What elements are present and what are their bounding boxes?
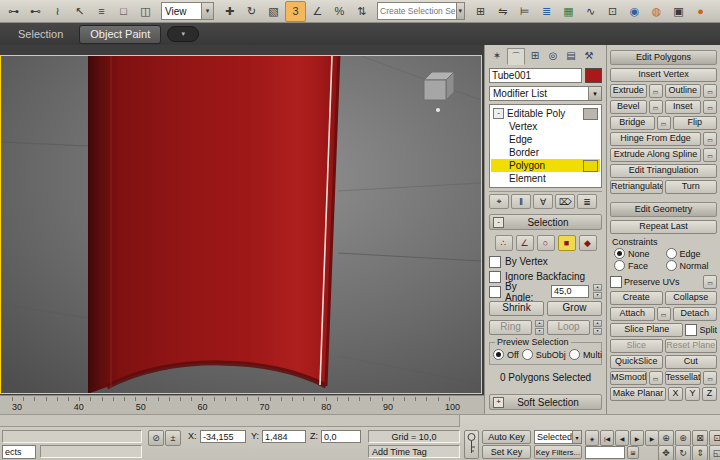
layer-manager-icon[interactable]: ≣ (536, 1, 557, 22)
bevel-settings-icon[interactable]: ▭ (649, 100, 663, 114)
window-crossing-icon[interactable]: ◫ (135, 1, 156, 22)
cut-button[interactable]: Cut (665, 355, 718, 369)
hinge-from-edge-button[interactable]: Hinge From Edge (610, 132, 701, 146)
by-angle-spinner[interactable]: ▴ ▾ (593, 284, 602, 299)
configure-modifier-sets-icon[interactable]: ≣ (577, 194, 597, 209)
tab-selection[interactable]: Selection (8, 26, 73, 43)
object-name-field[interactable]: Tube001 (489, 68, 582, 83)
spinner-down-icon[interactable]: ▾ (593, 328, 602, 335)
pan-icon[interactable]: ✥ (658, 445, 674, 460)
bevel-button[interactable]: Bevel (610, 100, 647, 114)
orbit-icon[interactable]: ↻ (675, 445, 691, 460)
modify-tab-icon[interactable]: ⌒ (507, 48, 525, 65)
attach-settings-icon[interactable]: ▭ (657, 307, 671, 321)
unlink-icon[interactable]: ⊷ (25, 1, 46, 22)
msmooth-settings-icon[interactable]: ▭ (649, 371, 663, 385)
mirror-icon[interactable]: ⇋ (492, 1, 513, 22)
tab-object-paint[interactable]: Object Paint (79, 25, 161, 44)
stack-display-icon[interactable] (583, 108, 598, 120)
fov-icon[interactable]: ⇕ (692, 445, 708, 460)
border-mode-icon[interactable]: ○ (537, 235, 555, 251)
key-filter-dropdown[interactable]: Selected ▾ (534, 430, 582, 444)
timeline-ruler[interactable]: 30405060708090100 (0, 395, 484, 414)
absolute-offset-icon[interactable]: ± (165, 430, 181, 446)
spinner-up-icon[interactable]: ▴ (593, 320, 602, 327)
perspective-viewport[interactable] (0, 55, 482, 394)
slice-plane-button[interactable]: Slice Plane (610, 323, 683, 337)
mini-listener[interactable]: ects (2, 445, 36, 459)
constraint-normal-radio[interactable] (666, 260, 677, 271)
reference-coordinate-dropdown[interactable]: View ▾ (161, 2, 214, 20)
constraint-none-radio[interactable] (614, 248, 625, 259)
extrude-button[interactable]: Extrude (610, 84, 647, 98)
spinner-up-icon[interactable]: ▴ (535, 320, 544, 327)
remove-modifier-icon[interactable]: ⌦ (555, 194, 575, 209)
render-setup-icon[interactable]: ◍ (646, 1, 667, 22)
collapse-icon[interactable]: - (493, 217, 504, 228)
ignore-backfacing-checkbox[interactable] (489, 271, 501, 283)
zoom-icon[interactable]: ⊕ (658, 430, 674, 446)
make-planar-button[interactable]: Make Planar (610, 387, 666, 401)
turn-button[interactable]: Turn (665, 180, 718, 194)
constraint-edge-radio[interactable] (666, 248, 677, 259)
rollout-soft-selection[interactable]: + Soft Selection (489, 394, 602, 410)
hinge-settings-icon[interactable]: ▭ (703, 132, 717, 146)
tree-collapse-icon[interactable]: - (493, 108, 504, 119)
set-keys-button[interactable] (464, 430, 479, 459)
repeat-last-button[interactable]: Repeat Last (610, 220, 717, 234)
bridge-settings-icon[interactable]: ▭ (657, 116, 671, 130)
grow-button[interactable]: Grow (547, 301, 602, 316)
hierarchy-tab-icon[interactable]: ⊞ (527, 48, 543, 63)
selection-lock-icon[interactable]: ⊘ (148, 430, 164, 446)
outline-settings-icon[interactable]: ▭ (703, 84, 717, 98)
expand-icon[interactable]: + (493, 397, 504, 408)
chevron-down-icon[interactable]: ▾ (201, 3, 213, 19)
outline-button[interactable]: Outline (665, 84, 702, 98)
preserve-uvs-checkbox[interactable] (610, 276, 622, 288)
quickslice-button[interactable]: QuickSlice (610, 355, 663, 369)
make-planar-z-button[interactable]: Z (702, 387, 717, 401)
go-to-start-icon[interactable]: |◀ (600, 430, 614, 446)
select-object-icon[interactable]: ↖ (69, 1, 90, 22)
extrude-along-spline-settings-icon[interactable]: ▭ (703, 148, 717, 162)
named-sets-icon[interactable]: ⊞ (470, 1, 491, 22)
make-unique-icon[interactable]: ∀ (533, 194, 553, 209)
tessellate-settings-icon[interactable]: ▭ (703, 371, 717, 385)
retriangulate-button[interactable]: Retriangulate (610, 180, 663, 194)
previous-frame-icon[interactable]: ◀ (615, 430, 629, 446)
add-time-tag-field[interactable]: Add Time Tag (368, 445, 460, 458)
preview-multi-radio[interactable] (569, 349, 580, 360)
spinner-down-icon[interactable]: ▾ (535, 328, 544, 335)
constraint-face-radio[interactable] (614, 260, 625, 271)
preserve-uvs-settings-icon[interactable]: ▭ (703, 275, 717, 289)
stack-subobject-row[interactable]: Border (491, 146, 600, 159)
extrude-along-spline-button[interactable]: Extrude Along Spline (610, 148, 701, 162)
align-icon[interactable]: ⊨ (514, 1, 535, 22)
flip-button[interactable]: Flip (673, 116, 718, 130)
rollout-selection[interactable]: - Selection (489, 214, 602, 230)
polygon-mode-icon[interactable]: ■ (558, 235, 576, 251)
loop-spinner[interactable]: ▴ ▾ (593, 320, 602, 335)
track-bar[interactable] (0, 415, 460, 427)
graphite-icon[interactable]: ▦ (558, 1, 579, 22)
by-angle-value-field[interactable]: 45,0 (551, 285, 589, 298)
rotate-icon[interactable]: ↻ (241, 1, 262, 22)
snap-3d-icon[interactable]: 3 (285, 1, 306, 22)
stack-subobject-row[interactable]: Edge (491, 133, 600, 146)
rect-region-icon[interactable]: □ (113, 1, 134, 22)
create-tab-icon[interactable]: ✶ (489, 48, 505, 63)
key-filters-button[interactable]: Key Filters... (534, 445, 582, 459)
tessellate-button[interactable]: Tessellate (665, 371, 702, 385)
stack-subobject-row[interactable]: Element (491, 172, 600, 185)
select-by-name-icon[interactable]: ≡ (91, 1, 112, 22)
named-selection-set-input[interactable]: Create Selection Se ▾ (377, 2, 465, 20)
zoom-region-icon[interactable]: ⊡ (709, 430, 720, 446)
spinner-down-icon[interactable]: ▾ (593, 292, 602, 299)
scale-icon[interactable]: ▧ (263, 1, 284, 22)
msmooth-button[interactable]: MSmooth (610, 371, 647, 385)
split-checkbox[interactable] (685, 324, 697, 336)
edit-triangulation-button[interactable]: Edit Triangulation (610, 164, 717, 178)
material-editor-icon[interactable]: ◉ (624, 1, 645, 22)
edit-geometry-header[interactable]: Edit Geometry (610, 202, 717, 217)
insert-vertex-button[interactable]: Insert Vertex (610, 68, 717, 82)
